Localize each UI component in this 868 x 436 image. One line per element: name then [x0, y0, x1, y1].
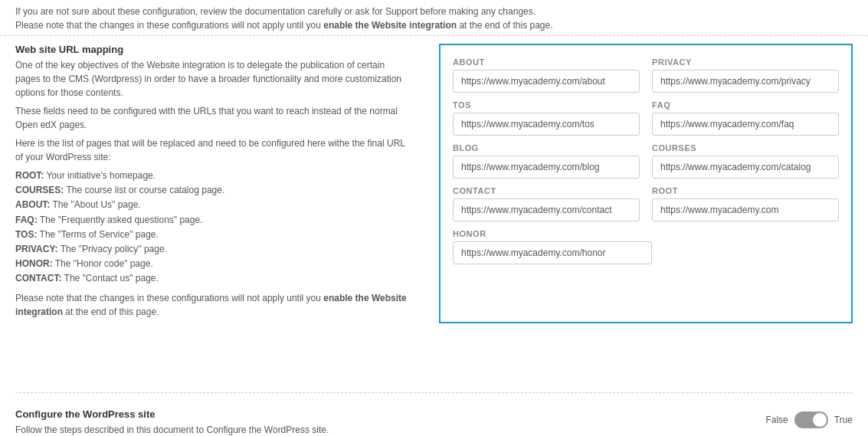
tos-label: TOS [453, 100, 640, 110]
url-mapping-desc3: Here is the list of pages that will be r… [15, 136, 408, 164]
url-grid: ABOUT PRIVACY TOS FAQ BLOG [453, 57, 839, 264]
wp-section-text: Configure the WordPress site Follow the … [15, 408, 765, 437]
courses-field-group: COURSES [652, 143, 839, 179]
faq-input[interactable] [652, 113, 839, 136]
url-fields-panel: ABOUT PRIVACY TOS FAQ BLOG [439, 44, 853, 323]
wp-section-title: Configure the WordPress site [15, 408, 765, 420]
top-notice-line2: Please note that the changes in these co… [15, 20, 853, 31]
tos-input[interactable] [453, 113, 640, 136]
about-field-group: ABOUT [453, 57, 640, 93]
top-notice-line1: If you are not sure about these configur… [15, 6, 853, 17]
page-wrapper: If you are not sure about these configur… [0, 0, 868, 436]
section-divider [15, 392, 853, 393]
list-item: PRIVACY: The "Privacy policy" page. [15, 242, 408, 257]
tos-field-group: TOS [453, 100, 640, 136]
content-area: Web site URL mapping One of the key obje… [0, 36, 868, 385]
url-mapping-desc2: These fields need to be configured with … [15, 104, 408, 132]
list-item: ABOUT: The "About Us" page. [15, 198, 408, 212]
toggle-false-label: False [765, 415, 788, 425]
page-list: ROOT: Your initiative's homepage. COURSE… [15, 169, 408, 287]
list-item: TOS: The "Terms of Service" page. [15, 228, 408, 242]
wp-toggle[interactable] [794, 411, 828, 428]
url-mapping-desc1: One of the key objectives of the Website… [15, 58, 408, 100]
left-panel: Web site URL mapping One of the key obje… [15, 44, 424, 323]
about-input[interactable] [453, 70, 640, 93]
url-mapping-bottom-note: Please note that the changes in these co… [15, 291, 408, 319]
faq-field-group: FAQ [652, 100, 839, 136]
blog-field-group: BLOG [453, 143, 640, 179]
list-item: CONTACT: The "Contact us" page. [15, 271, 408, 286]
list-item: COURSES: The course list or course catal… [15, 183, 408, 198]
blog-label: BLOG [453, 143, 640, 152]
toggle-true-label: True [834, 415, 853, 425]
honor-field-group: HONOR [453, 229, 839, 264]
list-item: HONOR: The "Honor code" page. [15, 257, 408, 271]
courses-label: COURSES [652, 143, 839, 152]
privacy-field-group: PRIVACY [652, 57, 839, 93]
blog-input[interactable] [453, 156, 640, 179]
faq-label: FAQ [652, 100, 839, 110]
list-item: FAQ: The "Frequently asked questions" pa… [15, 213, 408, 228]
courses-input[interactable] [652, 156, 839, 179]
honor-input[interactable] [453, 241, 652, 264]
url-mapping-title: Web site URL mapping [15, 44, 408, 55]
top-notice: If you are not sure about these configur… [0, 0, 868, 36]
honor-label: HONOR [453, 229, 839, 238]
root-field-group: ROOT [652, 186, 839, 221]
toggle-row: False True [765, 411, 853, 428]
contact-label: CONTACT [453, 186, 640, 195]
root-input[interactable] [652, 198, 839, 221]
wp-section-subtitle: Follow the steps described in this docum… [15, 423, 765, 437]
root-label: ROOT [652, 186, 839, 195]
privacy-label: PRIVACY [652, 57, 839, 67]
list-item: ROOT: Your initiative's homepage. [15, 169, 408, 183]
wp-section-header: Configure the WordPress site Follow the … [15, 408, 853, 437]
about-label: ABOUT [453, 57, 640, 67]
contact-input[interactable] [453, 198, 640, 221]
url-mapping-section: Web site URL mapping One of the key obje… [15, 44, 408, 319]
contact-field-group: CONTACT [453, 186, 640, 221]
privacy-input[interactable] [652, 70, 839, 93]
wp-section: Configure the WordPress site Follow the … [0, 401, 868, 437]
